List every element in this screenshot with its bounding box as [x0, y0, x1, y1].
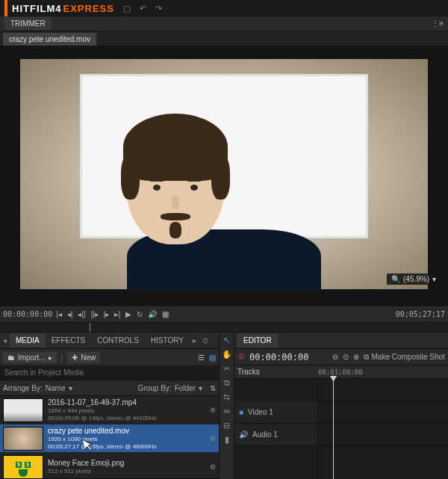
zoom-badge[interactable]: 🔍 (45.9%) ▾ [387, 274, 441, 285]
import-label: Import... [18, 353, 46, 362]
quality-icon[interactable]: ▦ [161, 310, 170, 318]
tab-effects[interactable]: EFFECTS [46, 333, 92, 347]
add-icon[interactable]: ⊕ [353, 353, 359, 361]
media-item-name: 2016-11-07_16-49-37.mp4 [48, 398, 205, 407]
track-lane[interactable] [318, 379, 448, 401]
chevron-down-icon[interactable]: ▾ [69, 384, 72, 392]
folder-icon: 🖿 [7, 353, 15, 362]
tab-media[interactable]: MEDIA [10, 333, 46, 347]
thumbnail [3, 398, 43, 422]
marker-tool-icon[interactable]: ▮ [225, 435, 229, 445]
volume-icon[interactable]: 🔊 [146, 310, 158, 318]
media-tab-row: ◂ MEDIA EFFECTS CONTROLS HISTORY ▸ ⊙ [0, 333, 219, 349]
trimmer-viewport[interactable]: 🔍 (45.9%) ▾ [0, 46, 448, 306]
media-item[interactable]: 2016-11-07_16-49-37.mp4 1854 x 944 pixel… [0, 396, 219, 424]
clip-tabs: crazy pete unedited.mov [0, 31, 448, 46]
hand-tool-icon[interactable]: ✋ [222, 350, 232, 359]
media-item[interactable]: $$ Money Face Emoji.png 512 x 512 pixels… [0, 453, 219, 478]
play-icon[interactable]: ▶ [124, 310, 133, 318]
track-lane-audio[interactable] [318, 424, 448, 446]
loop-icon[interactable]: ↻ [135, 310, 144, 318]
scrub-playhead[interactable] [90, 323, 90, 332]
link-tool-icon[interactable]: ⊟ [223, 421, 230, 430]
step-back-icon[interactable]: ◂| [66, 310, 75, 318]
tab-editor[interactable]: EDITOR [237, 333, 278, 347]
track-video-label[interactable]: ■ Video 1 [234, 401, 317, 424]
media-item-meta: 00;05;27;17 @ 23fps, stereo @ 48000Hz [48, 443, 205, 451]
next-edit-icon[interactable]: ⊙ [343, 353, 349, 361]
track-area[interactable] [318, 379, 448, 479]
tracks-header: Tracks 00;01;00;00 [234, 365, 448, 379]
tab-controls[interactable]: CONTROLS [91, 333, 145, 347]
scrub-bar[interactable] [0, 322, 448, 333]
redo-icon[interactable]: ↷ [155, 4, 162, 13]
make-composite-button[interactable]: ⧉ Make Composite Shot [364, 353, 444, 362]
select-tool-icon[interactable]: ↖ [223, 336, 230, 345]
new-button[interactable]: ✚ New [67, 352, 100, 363]
timecode-current[interactable]: 00:00:00:00 [3, 310, 52, 318]
gear-icon[interactable]: ⚙ [210, 435, 216, 442]
step-fwd-icon[interactable]: |▸ [102, 310, 111, 318]
chevron-down-icon[interactable]: ▾ [199, 384, 202, 392]
tab-scroll-right-icon[interactable]: ▸ [190, 336, 199, 344]
thumbnail [3, 427, 43, 451]
panel-options-icon[interactable]: ⊙ [199, 336, 211, 344]
next-frame-icon[interactable]: ||▸ [90, 310, 100, 318]
sort-icon[interactable]: ⇅ [210, 384, 216, 392]
prev-frame-icon[interactable]: ◂|| [76, 310, 87, 318]
rate-tool-icon[interactable]: ⇆ [223, 392, 230, 402]
video-track-icon: ■ [239, 408, 243, 416]
timeline-tools: ↖ ✋ ✂ ⧉ ⇆ ⇔ ⊟ ▮ [220, 333, 234, 479]
snap-tool-icon[interactable]: ⧉ [224, 378, 230, 388]
tab-history[interactable]: HISTORY [145, 333, 190, 347]
slice-tool-icon[interactable]: ✂ [223, 364, 230, 374]
arrange-by-value[interactable]: Name [46, 384, 66, 392]
media-item-res: 1854 x 944 pixels [48, 407, 205, 415]
person [127, 125, 321, 289]
audio-track-icon: 🔊 [239, 430, 248, 439]
arrange-by-label: Arrange By: [3, 384, 43, 392]
import-button[interactable]: 🖿 Import... ▸ [3, 352, 57, 363]
media-item-res: 512 x 512 pixels [48, 468, 205, 475]
track-spacer [234, 379, 317, 401]
panel-menu-icon[interactable]: ⋮≡ [432, 19, 444, 28]
goto-start-icon[interactable]: |◂ [55, 310, 63, 318]
track-labels: ■ Video 1 🔊 Audio 1 [234, 379, 318, 479]
zoom-icon: 🔍 [391, 275, 400, 283]
gear-icon[interactable]: ⚙ [210, 463, 216, 471]
record-icon[interactable]: ⦿ [237, 353, 245, 361]
goto-end-icon[interactable]: ▸| [113, 310, 122, 318]
track-audio-name: Audio 1 [252, 430, 278, 439]
import-row: 🖿 Import... ▸ | ✚ New ☰ ▤ [0, 349, 219, 365]
save-icon[interactable]: ▢ [123, 4, 131, 13]
media-panel: ◂ MEDIA EFFECTS CONTROLS HISTORY ▸ ⊙ 🖿 I… [0, 333, 220, 479]
prev-edit-icon[interactable]: ⊖ [332, 353, 338, 361]
transport-bar: 00:00:00:00 |◂ ◂| ◂|| ||▸ |▸ ▸| ▶ ↻ 🔊 ▦ … [0, 306, 448, 322]
arrange-row: Arrange By: Name ▾ Group By: Folder ▾ ⇅ [0, 380, 219, 396]
media-item-name: crazy pete unedited.mov [48, 427, 205, 436]
search-input[interactable] [0, 365, 219, 380]
logo-sub: EXPRESS [63, 3, 114, 14]
media-item[interactable]: crazy pete unedited.mov 1920 x 1080 pixe… [0, 424, 219, 453]
clip-tab[interactable]: crazy pete unedited.mov [3, 33, 96, 46]
track-audio-label[interactable]: 🔊 Audio 1 [234, 424, 317, 446]
timeline-timecode[interactable]: 00:00:00:00 [249, 352, 308, 362]
timeline-body[interactable]: ■ Video 1 🔊 Audio 1 [234, 379, 448, 479]
group-by-value[interactable]: Folder [175, 384, 196, 392]
tab-scroll-left-icon[interactable]: ◂ [0, 336, 10, 344]
slip-tool-icon[interactable]: ⇔ [223, 407, 230, 416]
undo-icon[interactable]: ↶ [140, 4, 146, 13]
timecode-duration: 00;05;27;17 [396, 310, 445, 318]
timeline-playhead[interactable] [333, 379, 334, 479]
group-by-label: Group By: [138, 384, 172, 392]
search-row [0, 365, 219, 380]
tracks-label: Tracks [237, 368, 260, 376]
composite-label: Make Composite Shot [371, 353, 444, 361]
trimmer-tab[interactable]: TRIMMER [4, 17, 52, 30]
view-list-icon[interactable]: ☰ [198, 353, 205, 362]
timeline-header: ⦿ 00:00:00:00 ⊖ ⊙ ⊕ ⧉ Make Composite Sho… [234, 349, 448, 365]
view-grid-icon[interactable]: ▤ [209, 353, 216, 362]
track-lane-video[interactable] [318, 401, 448, 424]
gear-icon[interactable]: ⚙ [210, 407, 216, 414]
logo-brand: HITFILM4 [12, 3, 62, 14]
